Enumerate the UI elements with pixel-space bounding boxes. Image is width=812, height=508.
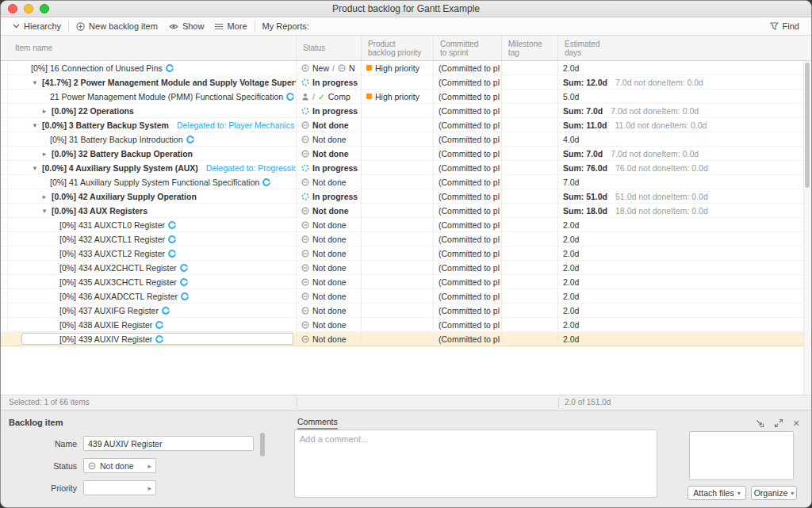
- table-row[interactable]: ▾[0.0%] 3 Battery Backup SystemDelegated…: [1, 118, 811, 132]
- table-row[interactable]: [0%] 432 AUXCTL1 RegisterNot done(Commit…: [1, 232, 811, 246]
- detail-scrollbar-thumb[interactable]: [260, 433, 265, 456]
- show-button[interactable]: Show: [163, 17, 210, 35]
- my-reports-dropdown[interactable]: My Reports:: [257, 17, 315, 35]
- estimate-sum: Sum: 7.0d: [563, 106, 603, 116]
- find-button[interactable]: Find: [764, 17, 805, 35]
- table-row[interactable]: [0%] 16 Connection of Unused PinsNew/NHi…: [1, 61, 811, 75]
- table-row[interactable]: 21 Power Management Module (PMM) Functio…: [1, 90, 811, 104]
- priority-cell: [362, 132, 434, 146]
- table-row[interactable]: [0%] 434 AUX2CHCTL RegisterNot done(Comm…: [1, 261, 811, 275]
- priority-cell: [362, 189, 434, 203]
- status-not-done-icon: [301, 136, 309, 143]
- hierarchy-dropdown[interactable]: Hierarchy: [7, 17, 67, 35]
- table-row[interactable]: [0%] 31 Battery Backup IntroductionNot d…: [1, 132, 811, 147]
- estimated-cell: Sum: 51.0d51.0d not doneItem: 0.0d: [558, 189, 811, 203]
- status-cell: Not done: [297, 246, 362, 260]
- tab-comments[interactable]: Comments: [297, 417, 338, 430]
- committed-label: (Committed to pl: [439, 192, 500, 201]
- comment-input[interactable]: [294, 430, 657, 498]
- app-window: Product backlog for Gantt Example Hierar…: [0, 0, 812, 508]
- status-label: Comp: [328, 92, 350, 101]
- expander-open-icon[interactable]: ▾: [31, 118, 39, 132]
- status-dropdown[interactable]: Not done ▸: [83, 458, 156, 473]
- table-row[interactable]: [0%] 439 AUXIV RegisterNot done(Committe…: [1, 332, 811, 346]
- committed-label: (Committed to pl: [439, 249, 500, 258]
- column-header-committed[interactable]: Committedto sprint: [434, 36, 502, 60]
- committed-cell: (Committed to pl: [434, 204, 502, 217]
- expander-open-icon[interactable]: ▾: [31, 75, 39, 89]
- committed-cell: (Committed to pl: [434, 90, 502, 103]
- table-row[interactable]: [0%] 436 AUXADCCTL RegisterNot done(Comm…: [1, 289, 811, 304]
- table-row[interactable]: [0%] 438 AUXIE RegisterNot done(Committe…: [1, 318, 811, 332]
- expander-closed-icon[interactable]: ▸: [40, 104, 48, 117]
- filter-icon: [770, 22, 779, 30]
- new-backlog-item-button[interactable]: New backlog item: [71, 17, 163, 35]
- statusbar-separator: [297, 398, 297, 407]
- priority-cell: [362, 204, 434, 217]
- item-name: [0%] 431 AUXCTL0 Register: [59, 220, 165, 230]
- committed-label: (Committed to pl: [439, 334, 500, 344]
- estimated-cell: Sum: 12.0d7.0d not doneItem: 0.0d: [558, 75, 811, 89]
- popout-icon[interactable]: [754, 418, 765, 429]
- priority-dropdown[interactable]: ▸: [83, 480, 156, 495]
- estimated-cell: Sum: 7.0d7.0d not doneItem: 0.0d: [558, 147, 811, 160]
- expand-icon[interactable]: [773, 418, 784, 429]
- column-header-item-name[interactable]: Item name: [1, 36, 297, 60]
- committed-cell: (Committed to pl: [434, 332, 502, 346]
- table-row[interactable]: [0%] 433 AUXCTL2 RegisterNot done(Commit…: [1, 246, 811, 261]
- committed-cell: (Committed to pl: [434, 75, 502, 89]
- table-row[interactable]: ▸[0.0%] 22 OperationsIn progress(Committ…: [1, 104, 811, 118]
- estimate-sum: Sum: 18.0d: [563, 206, 607, 216]
- estimated-cell: 2.0d: [558, 232, 811, 246]
- name-input[interactable]: [83, 436, 254, 451]
- column-header-estimated[interactable]: Estimateddays: [558, 36, 811, 60]
- item-name-cell: [0%] 435 AUX3CHCTL Register: [1, 275, 297, 288]
- priority-cell: [362, 218, 434, 231]
- item-name: [0.0%] 4 Auxiliary Supply System (AUX): [42, 163, 198, 173]
- table-row[interactable]: [0%] 431 AUXCTL0 RegisterNot done(Commit…: [1, 218, 811, 232]
- expander-closed-icon[interactable]: ▸: [40, 189, 48, 203]
- status-cell: Not done: [297, 147, 362, 160]
- milestone-cell: [502, 132, 558, 146]
- status-cell: /✓Comp: [297, 90, 362, 103]
- organize-button[interactable]: Organize ▾: [751, 486, 797, 500]
- table-row[interactable]: ▸[0.0%] 32 Battery Backup OperationNot d…: [1, 147, 811, 161]
- close-panel-icon[interactable]: ✕: [791, 418, 802, 429]
- item-name: [0%] 41 Auxiliary Supply System Function…: [50, 178, 259, 187]
- table-row[interactable]: ▾[0.0%] 43 AUX RegistersNot done(Committ…: [1, 204, 811, 218]
- milestone-cell: [502, 304, 558, 317]
- status-not-done-icon: [301, 235, 309, 243]
- expander-open-icon[interactable]: ▾: [40, 204, 48, 217]
- chevron-down-icon: [13, 24, 20, 29]
- attach-files-button[interactable]: Attach files ▾: [688, 486, 746, 500]
- table-row[interactable]: [0%] 41 Auxiliary Supply System Function…: [1, 175, 811, 189]
- more-button[interactable]: More: [209, 17, 252, 35]
- expander-open-icon[interactable]: ▾: [31, 161, 39, 174]
- committed-label: (Committed to pl: [439, 63, 500, 73]
- expander-closed-icon[interactable]: ▸: [40, 147, 48, 160]
- column-header-milestone[interactable]: Milestonetag: [502, 36, 558, 60]
- caret-down-icon: ▾: [791, 490, 794, 497]
- status-cell: Not done: [297, 218, 362, 231]
- item-name-cell: [0%] 31 Battery Backup Introduction: [1, 132, 297, 146]
- priority-cell: [362, 232, 434, 246]
- table-row[interactable]: ▾[41.7%] 2 Power Management Module and S…: [1, 75, 811, 90]
- table-row[interactable]: ▾[0.0%] 4 Auxiliary Supply System (AUX)D…: [1, 161, 811, 175]
- item-name-cell: ▾[0.0%] 3 Battery Backup SystemDelegated…: [1, 118, 297, 132]
- table-row[interactable]: [0%] 437 AUXIFG RegisterNot done(Committ…: [1, 304, 811, 318]
- table-row[interactable]: ▸[0.0%] 42 Auxiliary Supply OperationIn …: [1, 189, 811, 204]
- table-row[interactable]: [0%] 435 AUX3CHCTL RegisterNot done(Comm…: [1, 275, 811, 289]
- status-completed-icon: ✓: [318, 92, 325, 101]
- status-cell: In progress: [297, 104, 362, 117]
- status-separator: /: [312, 92, 315, 101]
- status-cell: Not done: [297, 175, 362, 189]
- estimated-cell: 2.0d: [558, 289, 811, 303]
- column-header-priority[interactable]: Productbacklog priority: [362, 36, 434, 60]
- item-name: [0%] 432 AUXCTL1 Register: [59, 235, 165, 244]
- column-header-status[interactable]: Status: [297, 36, 362, 60]
- backlog-rows: [0%] 16 Connection of Unused PinsNew/NHi…: [1, 61, 811, 346]
- hierarchy-label: Hierarchy: [24, 21, 61, 31]
- vertical-scrollbar-thumb[interactable]: [805, 63, 810, 188]
- chevron-right-icon: ▸: [147, 462, 151, 470]
- status-label: Not done: [312, 149, 349, 159]
